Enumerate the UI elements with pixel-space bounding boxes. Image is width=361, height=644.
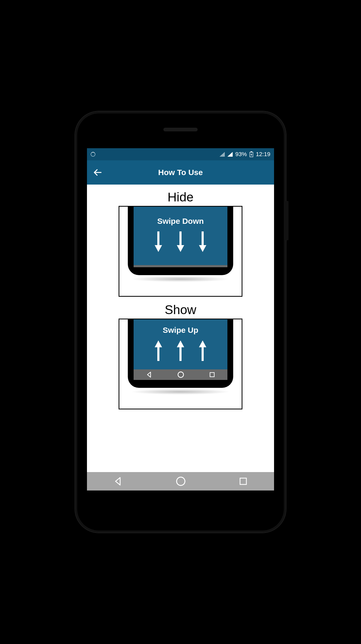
svg-rect-12 bbox=[240, 478, 246, 484]
spinner-icon bbox=[91, 152, 95, 157]
svg-rect-4 bbox=[179, 231, 182, 246]
svg-rect-10 bbox=[210, 373, 214, 377]
system-recent-button[interactable] bbox=[238, 477, 248, 486]
nav-home-icon bbox=[175, 476, 186, 487]
mini-navbar-collapsed bbox=[134, 265, 227, 267]
back-arrow-icon bbox=[93, 168, 102, 177]
illustration-hide: Swipe Down bbox=[119, 206, 242, 297]
arrow-down-icon bbox=[177, 231, 184, 252]
svg-rect-5 bbox=[202, 231, 204, 246]
svg-rect-6 bbox=[157, 347, 159, 361]
svg-rect-3 bbox=[157, 231, 159, 246]
section-title-show: Show bbox=[165, 303, 196, 317]
device-side-button bbox=[286, 201, 289, 240]
nav-back-icon bbox=[146, 371, 153, 378]
gesture-label-show: Swipe Up bbox=[163, 326, 198, 335]
mini-navbar bbox=[134, 369, 227, 380]
section-title-hide: Hide bbox=[168, 190, 194, 204]
device-mockup: 93% 12:19 How To Use Hide bbox=[75, 111, 286, 533]
arrows-down bbox=[155, 231, 206, 252]
svg-point-11 bbox=[177, 477, 185, 486]
gesture-label-hide: Swipe Down bbox=[157, 217, 204, 226]
nav-recent-icon bbox=[238, 477, 248, 486]
back-button[interactable] bbox=[92, 167, 103, 178]
arrow-up-icon bbox=[155, 340, 162, 361]
arrow-down-icon bbox=[199, 231, 206, 252]
illustration-show: Swipe Up bbox=[119, 319, 242, 409]
shadow bbox=[130, 389, 231, 395]
signal-icon bbox=[227, 152, 233, 157]
nav-back-icon bbox=[113, 476, 123, 486]
status-bar: 93% 12:19 bbox=[87, 148, 274, 160]
clock: 12:19 bbox=[256, 151, 270, 158]
arrow-up-icon bbox=[199, 340, 206, 361]
arrows-up bbox=[155, 340, 206, 361]
system-home-button[interactable] bbox=[175, 476, 186, 487]
device-speaker bbox=[163, 128, 198, 131]
system-nav-bar bbox=[87, 472, 274, 491]
nav-home-icon bbox=[177, 371, 184, 378]
svg-point-9 bbox=[178, 372, 183, 378]
battery-percent: 93% bbox=[235, 151, 247, 158]
screen: 93% 12:19 How To Use Hide bbox=[87, 148, 274, 491]
battery-charging-icon bbox=[250, 151, 253, 157]
signal-icon bbox=[219, 152, 225, 157]
shadow bbox=[130, 276, 231, 282]
content: Hide Swipe Down bbox=[87, 185, 274, 472]
svg-rect-8 bbox=[202, 347, 204, 361]
svg-rect-7 bbox=[179, 347, 182, 361]
page-title: How To Use bbox=[158, 168, 203, 177]
app-bar: How To Use bbox=[87, 160, 274, 185]
arrow-up-icon bbox=[177, 340, 184, 361]
nav-recent-icon bbox=[209, 371, 215, 378]
svg-rect-1 bbox=[251, 151, 252, 152]
system-back-button[interactable] bbox=[113, 476, 123, 486]
arrow-down-icon bbox=[155, 231, 162, 252]
